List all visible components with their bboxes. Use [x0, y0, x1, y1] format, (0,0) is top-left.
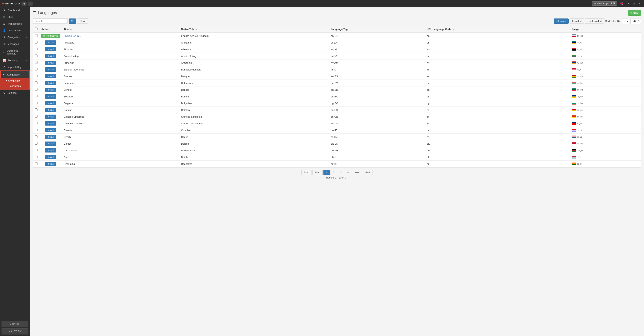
end-page-button[interactable]: End	[363, 170, 372, 175]
install-button[interactable]: Install	[45, 135, 56, 139]
install-button[interactable]: Install	[45, 148, 56, 152]
flag-cell: zh_cn	[572, 115, 639, 118]
install-button[interactable]: Install	[45, 61, 56, 65]
install-button[interactable]: Install	[45, 88, 56, 92]
cell-native-title: Croatian	[179, 127, 329, 134]
page-button-3[interactable]: 3	[338, 170, 344, 175]
flag-name: id_id	[577, 68, 581, 71]
install-button[interactable]: Install	[45, 155, 56, 159]
row-checkbox[interactable]	[35, 129, 38, 131]
cell-title: Dutch	[62, 154, 179, 160]
page-button-2[interactable]: 2	[330, 170, 337, 175]
row-checkbox[interactable]	[35, 55, 38, 57]
install-button[interactable]: Install	[45, 141, 56, 146]
row-checkbox[interactable]	[35, 155, 38, 158]
sidebar-item-transactions[interactable]: ☰ Transactions +	[0, 21, 30, 27]
page-size-select[interactable]: 20	[630, 18, 641, 24]
sidebar-subitem-translations[interactable]: – Translations	[0, 83, 30, 89]
row-checkbox[interactable]	[35, 122, 38, 124]
sidebar-item-import-utility[interactable]: ⚙ Import Utility +	[0, 64, 30, 70]
sidebar-item-user-profile[interactable]: 👤 User Profile +	[0, 27, 30, 34]
start-page-button[interactable]: Start	[301, 170, 312, 175]
close-button[interactable]: ✕	[638, 1, 642, 6]
back-button[interactable]: ◀	[22, 2, 26, 6]
installed-button[interactable]: Installed	[570, 19, 584, 24]
install-button[interactable]: Install	[45, 101, 56, 105]
sidebar-item-additional-attribute[interactable]: ✔ Additional attribute +	[0, 47, 30, 57]
show-all-button[interactable]: Show All	[554, 19, 568, 24]
row-checkbox[interactable]	[35, 68, 38, 70]
install-button[interactable]: Install	[45, 47, 56, 51]
sidebar-item-settings[interactable]: ⚙ Settings +	[0, 90, 30, 96]
sidebar-subitem-languages[interactable]: ● Languages	[0, 78, 30, 83]
sidebar-item-shop[interactable]: 🛒 Shop +	[0, 14, 30, 21]
sidebar-item-messages[interactable]: ✉ Messages +	[0, 41, 30, 47]
install-button[interactable]: Install	[45, 41, 56, 45]
install-button[interactable]: Install	[45, 115, 56, 119]
transactions-expand-icon: +	[26, 23, 28, 25]
page-button-1[interactable]: 1	[324, 170, 330, 175]
install-button[interactable]: Install	[45, 74, 56, 78]
svg-rect-31	[572, 90, 576, 91]
cell-url-code: ca	[425, 107, 570, 113]
home-button[interactable]: ⌂	[28, 2, 33, 6]
flag-uk-button[interactable]: 🇬🇧	[618, 1, 624, 6]
title-link[interactable]: English (en-GB)	[64, 35, 81, 37]
flag-icon	[572, 48, 576, 51]
sidebar-item-dashboard[interactable]: ⊞ Dashboard	[0, 7, 30, 14]
sidebar-item-categories[interactable]: ❖ Categories +	[0, 34, 30, 41]
select-all-checkbox[interactable]	[35, 28, 38, 30]
clear-button[interactable]: Clear	[77, 19, 88, 24]
install-button[interactable]: Install	[45, 121, 56, 125]
install-button[interactable]: Install	[45, 67, 56, 72]
cache-button[interactable]: ↻ CACHE	[2, 321, 28, 327]
not-installed-button[interactable]: Not Installed	[585, 19, 604, 24]
toggle-button[interactable]: ⧉	[632, 1, 636, 6]
row-checkbox[interactable]	[35, 81, 38, 84]
install-button[interactable]: Install	[45, 108, 56, 112]
support-pin-button[interactable]: ⊕ View Support PIN	[592, 1, 617, 6]
next-page-button[interactable]: Next	[352, 170, 362, 175]
sidebar-item-reporting[interactable]: 📊 Reporting +	[0, 57, 30, 64]
row-checkbox[interactable]	[35, 48, 38, 50]
install-button[interactable]: Install	[45, 94, 56, 99]
row-checkbox[interactable]	[35, 102, 38, 104]
row-checkbox[interactable]	[35, 95, 38, 97]
install-button[interactable]: Install	[45, 54, 56, 58]
row-checkbox[interactable]	[35, 149, 38, 151]
topbar-right: ⊕ View Support PIN 🇬🇧 ↗ ⧉ ✕	[592, 1, 642, 6]
cell-lang-tag: ca-ES	[329, 107, 425, 113]
cell-image: bn_bd	[570, 86, 641, 93]
svg-rect-38	[572, 104, 576, 105]
search-input[interactable]	[33, 19, 68, 24]
svg-rect-13	[572, 56, 576, 57]
new-button[interactable]: + New	[628, 10, 641, 16]
install-button[interactable]: Install	[45, 81, 56, 85]
search-button[interactable]: 🔍	[69, 19, 76, 24]
cache-icon: ↻	[10, 323, 11, 325]
cell-url-code: dz	[425, 160, 570, 167]
external-link-button[interactable]: ↗	[626, 1, 630, 6]
row-checkbox[interactable]	[35, 162, 38, 165]
flag-cell: af_za	[572, 41, 639, 44]
row-checkbox[interactable]	[35, 115, 38, 118]
row-checkbox[interactable]	[35, 34, 38, 37]
row-checkbox[interactable]	[35, 41, 38, 44]
prev-page-button[interactable]: Prev	[312, 170, 323, 175]
install-button[interactable]: Install	[45, 162, 56, 166]
translations-button[interactable]: ⊕ Translations	[41, 34, 60, 38]
sort-select[interactable]	[622, 18, 629, 24]
install-button[interactable]: Install	[45, 128, 56, 132]
table-row: InstallBasqueBasqueeu-ESeueu_es	[33, 73, 641, 80]
row-checkbox[interactable]	[35, 142, 38, 145]
row-checkbox[interactable]	[35, 108, 38, 111]
row-checkbox[interactable]	[35, 61, 38, 64]
row-checkbox[interactable]	[35, 75, 38, 77]
sidebar-item-languages-parent[interactable]: ⚙ Languages −	[0, 71, 30, 78]
page-button-4[interactable]: 4	[345, 170, 351, 175]
cell-lang-tag: id-ID	[329, 66, 425, 73]
auto-fix-button[interactable]: ✦ AUTO FIX	[2, 328, 28, 334]
row-checkbox[interactable]	[35, 135, 38, 138]
row-checkbox[interactable]	[35, 88, 38, 91]
cell-native-title: Czech	[179, 134, 329, 140]
